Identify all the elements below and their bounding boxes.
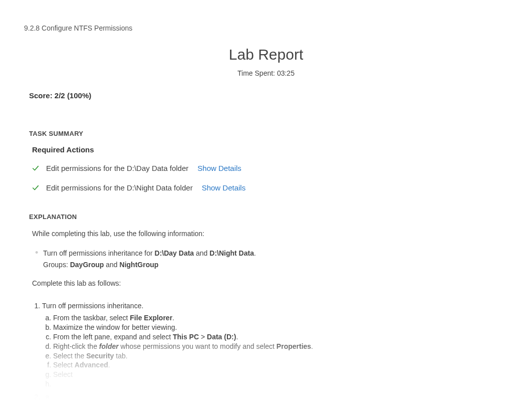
action-row: Edit permissions for the D:\Day Data fol… <box>29 160 503 176</box>
text-bold: Security <box>86 352 114 360</box>
substep-item: Maximize the window for better viewing. <box>53 323 503 332</box>
text-bold: DayGroup <box>70 261 104 269</box>
text-bold: Properties <box>277 342 311 350</box>
score-label: Score: <box>29 91 53 100</box>
text: . <box>108 361 110 369</box>
step-item <box>42 392 503 411</box>
time-spent: Time Spent: 03:25 <box>29 69 503 77</box>
substep-item: Select Advanced. <box>53 360 503 370</box>
text-bold: This PC <box>173 333 199 341</box>
text-bold: D:\Night Data <box>209 249 254 257</box>
page-title: Lab Report <box>29 46 503 63</box>
required-actions-heading: Required Actions <box>32 145 503 154</box>
text-italic: folder <box>99 342 119 350</box>
text: . <box>236 333 238 341</box>
score-value: 2/2 (100%) <box>55 91 91 100</box>
time-spent-value: 03:25 <box>277 69 295 77</box>
text-bold: D:\Day Data <box>155 249 194 257</box>
bullet-icon: • <box>35 248 40 271</box>
text-bold: Advanced <box>75 361 108 369</box>
substep-item: Select <box>53 370 503 379</box>
score-line: Score: 2/2 (100%) <box>29 91 503 100</box>
info-line: Groups: DayGroup and NightGroup <box>43 260 503 270</box>
step-text: Turn off permissions inheritance. <box>42 302 143 310</box>
text: Turn off permissions inheritance for <box>43 249 155 257</box>
substep-item <box>53 392 503 402</box>
steps-list: Turn off permissions inheritance. From t… <box>32 301 503 411</box>
text: Right-click the <box>53 342 99 350</box>
step-item: Turn off permissions inheritance. From t… <box>42 301 503 389</box>
text: Select the <box>53 352 86 360</box>
text: Maximize the window for better viewing. <box>53 323 177 331</box>
text: From the taskbar, select <box>53 314 130 322</box>
substeps-list <box>42 392 503 411</box>
action-text: Edit permissions for the D:\Night Data f… <box>46 183 193 192</box>
text-bold: NightGroup <box>120 261 159 269</box>
substep-item <box>53 402 503 411</box>
text-bold: File Explorer <box>130 314 172 322</box>
substep-item <box>53 379 503 389</box>
text: . <box>254 249 256 257</box>
text-bold: Data (D:) <box>207 333 236 341</box>
time-spent-label: Time Spent: <box>237 69 275 77</box>
text: . <box>172 314 174 322</box>
text: whose permissions you want to modify and… <box>119 342 277 350</box>
text: From the left pane, expand and select <box>53 333 173 341</box>
lab-report-card: Lab Report Time Spent: 03:25 Score: 2/2 … <box>24 41 508 411</box>
text: and <box>194 249 209 257</box>
show-details-link[interactable]: Show Details <box>197 164 241 172</box>
substep-item: From the left pane, expand and select Th… <box>53 332 503 342</box>
check-icon <box>32 184 39 191</box>
breadcrumb: 9.2.8 Configure NTFS Permissions <box>24 24 508 32</box>
substep-item: Select the Security tab. <box>53 351 503 361</box>
text: and <box>104 261 119 269</box>
info-line: Turn off permissions inheritance for D:\… <box>43 248 503 259</box>
substep-item: From the taskbar, select File Explorer. <box>53 313 503 323</box>
action-row: Edit permissions for the D:\Night Data f… <box>29 179 503 196</box>
text: Select <box>53 361 75 369</box>
text: Groups: <box>43 261 70 269</box>
task-summary-heading: TASK SUMMARY <box>29 130 503 137</box>
explanation-body: While completing this lab, use the follo… <box>29 229 503 411</box>
text: > <box>199 333 207 341</box>
complete-intro: Complete this lab as follows: <box>32 278 503 289</box>
info-bullet: • Turn off permissions inheritance for D… <box>32 248 503 271</box>
substeps-list: From the taskbar, select File Explorer. … <box>42 313 503 389</box>
text: Select <box>53 370 73 378</box>
action-text: Edit permissions for the D:\Day Data fol… <box>46 164 188 172</box>
check-icon <box>32 165 39 172</box>
text: tab. <box>114 352 127 360</box>
explanation-intro: While completing this lab, use the follo… <box>32 229 503 239</box>
substep-item: Right-click the folder whose permissions… <box>53 342 503 351</box>
text: . <box>311 342 313 350</box>
explanation-heading: EXPLANATION <box>29 213 503 221</box>
show-details-link[interactable]: Show Details <box>202 183 246 192</box>
